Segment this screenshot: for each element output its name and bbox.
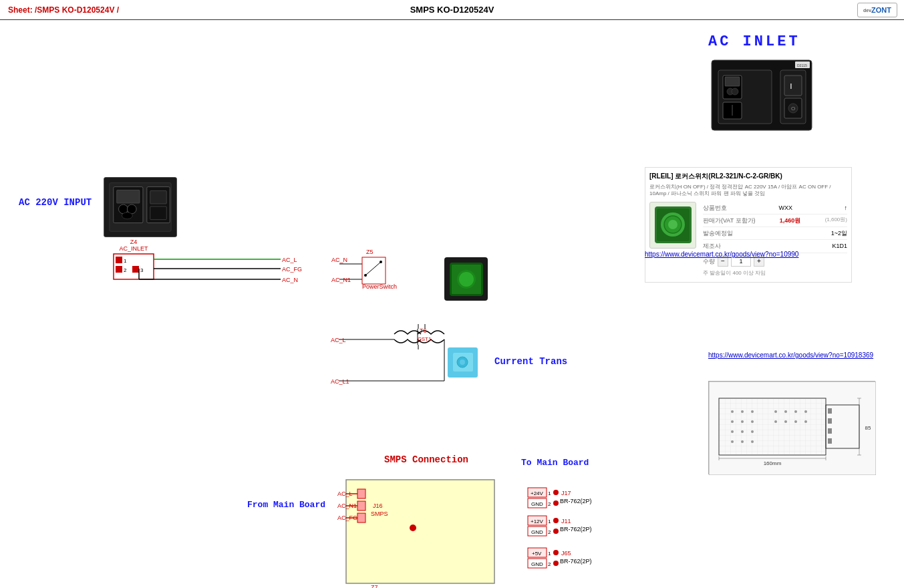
svg-rect-30: [150, 206, 167, 220]
svg-text:AC_FG: AC_FG: [337, 514, 357, 521]
svg-rect-103: [528, 548, 547, 557]
svg-point-137: [784, 420, 787, 423]
svg-rect-141: [828, 408, 832, 414]
svg-text:2: 2: [124, 267, 127, 273]
svg-text:J11: J11: [561, 518, 571, 525]
svg-text:GND: GND: [531, 529, 543, 535]
svg-rect-85: [528, 498, 547, 508]
svg-text:J16: J16: [373, 502, 383, 509]
svg-text:AC_INLET: AC_INLET: [119, 245, 148, 252]
svg-text:BR-762(2P): BR-762(2P): [560, 498, 592, 504]
svg-point-129: [731, 440, 734, 443]
svg-point-80: [410, 525, 416, 531]
svg-point-122: [751, 410, 754, 413]
svg-text:+12V: +12V: [531, 519, 544, 525]
svg-text:Z4: Z4: [130, 239, 138, 245]
to-main-board-title: To Main Board: [521, 458, 589, 468]
svg-text:3: 3: [140, 267, 144, 273]
svg-point-20: [668, 220, 677, 229]
svg-point-100: [553, 529, 559, 534]
svg-point-123: [731, 420, 734, 423]
svg-text:2: 2: [548, 501, 551, 507]
green-button: [450, 263, 483, 296]
svg-text:D2115: D2115: [797, 63, 807, 67]
svg-text:AC_N: AC_N: [331, 257, 347, 263]
svg-point-131: [751, 440, 754, 443]
svg-text:AC_L: AC_L: [337, 490, 353, 497]
svg-rect-33: [114, 254, 154, 279]
ct-devicemart-link[interactable]: https://www.devicemart.co.kr/goods/view?…: [708, 351, 873, 359]
product-details: 상품번호 WXX ↑ 판매가(VAT 포함가) 1,460원 (1,600원) …: [703, 202, 847, 278]
svg-text:SMPS: SMPS: [371, 510, 388, 517]
svg-text:GND: GND: [531, 501, 543, 507]
svg-point-90: [553, 500, 559, 506]
svg-text:1: 1: [548, 490, 551, 496]
svg-text:AC_N: AC_N: [282, 277, 298, 283]
product-card: [RLEIL] 로커스위치(RL2-321/N-C-2-GR/BK) 로커스위치…: [645, 167, 852, 283]
svg-text:J65: J65: [561, 550, 571, 557]
svg-rect-24: [117, 190, 140, 203]
svg-rect-38: [132, 266, 139, 273]
svg-rect-36: [116, 266, 122, 273]
product-image: [649, 202, 696, 249]
svg-rect-144: [828, 438, 832, 444]
svg-text:1: 1: [548, 519, 551, 525]
ct-technical-drawing: 160mm 85: [708, 381, 875, 474]
svg-text:2: 2: [548, 529, 551, 535]
svg-point-27: [122, 212, 133, 219]
svg-text:PowerSwitch: PowerSwitch: [362, 283, 397, 290]
svg-point-53: [364, 274, 367, 277]
svg-point-99: [553, 518, 559, 523]
product-title: [RLEIL] 로커스위치(RL2-321/N-C-2-GR/BK): [649, 172, 847, 181]
header: Sheet: /SMPS KO-D120524V / SMPS KO-D1205…: [0, 0, 904, 20]
svg-rect-142: [828, 418, 832, 424]
svg-text:AC_L: AC_L: [282, 257, 297, 263]
svg-point-125: [751, 420, 754, 423]
svg-text:2: 2: [548, 561, 551, 567]
logo-dev: dev: [863, 8, 871, 13]
ac-inlet-photo-left: [104, 177, 177, 237]
svg-point-132: [774, 410, 777, 413]
svg-point-121: [741, 410, 744, 413]
power-switch-image: [444, 257, 488, 301]
ac-inlet-title: AC INLET: [708, 33, 800, 50]
svg-rect-71: [357, 489, 365, 498]
svg-point-89: [553, 490, 559, 495]
svg-point-127: [741, 430, 744, 433]
svg-rect-119: [720, 399, 825, 454]
svg-text:J17: J17: [561, 490, 571, 496]
svg-rect-5: [725, 77, 740, 86]
svg-text:+5V: +5V: [532, 551, 542, 557]
svg-rect-95: [528, 527, 547, 536]
svg-text:Z7: Z7: [371, 584, 378, 588]
svg-point-109: [553, 550, 559, 555]
svg-text:I: I: [790, 83, 792, 90]
green-button-inner: [457, 270, 476, 289]
svg-text:O: O: [791, 106, 795, 112]
svg-text:1: 1: [124, 258, 127, 264]
svg-point-116: [460, 359, 465, 365]
product-desc: 로커스위치(H ON OFF) / 정격 정격전압 AC 220V 15A / …: [649, 184, 847, 198]
svg-text:AC_N1: AC_N1: [337, 502, 357, 509]
svg-point-124: [741, 420, 744, 423]
logo-zont: ZONT: [871, 6, 891, 14]
content-area: AC INLET D2115 I O [RLEIL] 로커스위: [0, 20, 904, 588]
svg-text:1: 1: [548, 551, 551, 557]
svg-rect-74: [357, 501, 365, 510]
svg-line-52: [365, 262, 381, 275]
devicemart-link-top[interactable]: https://www.devicemart.co.kr/goods/view?…: [645, 251, 798, 258]
sheet-path: Sheet: /SMPS KO-D120524V /: [8, 5, 119, 15]
svg-point-128: [751, 430, 754, 433]
svg-rect-29: [150, 190, 167, 204]
current-trans-label: Current Trans: [494, 356, 567, 367]
svg-text:Z5: Z5: [366, 249, 373, 255]
svg-rect-11: [784, 76, 802, 96]
svg-point-133: [784, 410, 787, 413]
svg-text:AC_FG: AC_FG: [282, 266, 302, 273]
svg-text:AC_N1: AC_N1: [331, 277, 351, 283]
svg-text:160mm: 160mm: [764, 460, 782, 466]
svg-point-134: [794, 410, 797, 413]
svg-rect-143: [828, 428, 832, 434]
svg-point-120: [731, 410, 734, 413]
svg-point-130: [741, 440, 744, 443]
